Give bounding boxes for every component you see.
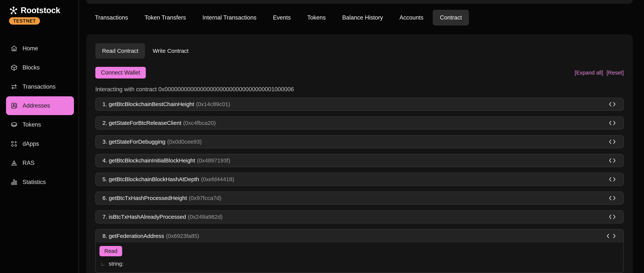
expand-all-link[interactable]: [Expand all] <box>575 70 603 76</box>
sidebar-item-label: Statistics <box>22 179 46 185</box>
function-label: 4. getBtcBlockchainInitialBlockHeight(0x… <box>102 157 609 164</box>
function-row-expanded: 8. getFederationAddress(0x6923fa85) Read… <box>95 229 624 273</box>
sidebar-item-statistics[interactable]: Statistics <box>0 173 78 192</box>
tab-transactions[interactable]: Transactions <box>88 10 135 26</box>
bar-chart-icon <box>10 179 18 186</box>
sidebar-item-transactions[interactable]: Transactions <box>0 77 78 96</box>
sidebar-item-label: RAS <box>22 160 34 166</box>
sidebar-menu: Home Blocks Transactions Addresses Token… <box>0 39 78 192</box>
read-button[interactable]: Read <box>100 246 122 256</box>
code-icon[interactable] <box>609 158 616 163</box>
tab-read-contract[interactable]: Read Contract <box>95 43 145 59</box>
code-icon[interactable] <box>609 214 616 219</box>
return-corner-icon: ∟ <box>100 261 105 267</box>
coin-icon <box>10 121 18 128</box>
code-icon[interactable] <box>609 196 616 200</box>
code-icon[interactable] <box>609 102 616 107</box>
sidebar-item-label: Home <box>22 45 38 52</box>
contract-panel: Read Contract Write Contract Connect Wal… <box>86 34 633 273</box>
tab-balance-history[interactable]: Balance History <box>335 10 390 26</box>
function-expanded-body: Read ∟ string: <box>96 242 623 272</box>
address-tabs-nav: Transactions Token Transfers Internal Tr… <box>86 4 633 32</box>
connect-wallet-button[interactable]: Connect Wallet <box>95 67 146 79</box>
brand-name: Rootstock <box>21 6 60 15</box>
tab-contract[interactable]: Contract <box>433 10 469 26</box>
tab-write-contract[interactable]: Write Contract <box>145 43 196 59</box>
brand[interactable]: Rootstock <box>0 6 78 15</box>
result-type-label: string: <box>109 261 124 267</box>
function-row[interactable]: 2. getStateForBtcReleaseClient(0xc4fbca2… <box>95 116 624 130</box>
function-row-header[interactable]: 8. getFederationAddress(0x6923fa85) <box>96 229 623 242</box>
sidebar-item-label: Tokens <box>22 121 41 128</box>
function-label: 6. getBtcTxHashProcessedHeight(0x97fcca7… <box>102 195 609 201</box>
tab-accounts[interactable]: Accounts <box>392 10 431 26</box>
function-row[interactable]: 5. getBtcBlockchainBlockHashAtDepth(0xef… <box>95 173 624 186</box>
rootstock-logo-icon <box>9 6 18 15</box>
tab-tokens[interactable]: Tokens <box>300 10 333 26</box>
function-label: 5. getBtcBlockchainBlockHashAtDepth(0xef… <box>102 176 609 182</box>
tab-token-transfers[interactable]: Token Transfers <box>137 10 193 26</box>
function-row[interactable]: 4. getBtcBlockchainInitialBlockHeight(0x… <box>95 154 624 167</box>
sidebar-item-label: Blocks <box>22 64 40 71</box>
function-label: 8. getFederationAddress(0x6923fa85) <box>102 233 606 239</box>
home-icon <box>10 45 18 52</box>
sidebar-item-home[interactable]: Home <box>0 39 78 58</box>
tab-internal-transactions[interactable]: Internal Transactions <box>195 10 264 26</box>
testnet-badge: TESTNET <box>9 17 40 25</box>
sidebar-item-dapps[interactable]: dApps <box>0 134 78 153</box>
contract-toolbar: Connect Wallet [Expand all] [Reset] <box>95 67 624 79</box>
scrolled-card-edge <box>86 0 633 4</box>
swap-arrows-icon <box>10 83 18 90</box>
dapps-grid-icon <box>10 140 18 147</box>
sidebar-item-addresses[interactable]: Addresses <box>6 96 74 115</box>
contract-subtabs: Read Contract Write Contract <box>95 43 624 59</box>
function-row[interactable]: 7. isBtcTxHashAlreadyProcessed(0x248a982… <box>95 210 624 223</box>
content-area: Transactions Token Transfers Internal Tr… <box>79 0 644 273</box>
toolbar-links: [Expand all] [Reset] <box>575 70 624 76</box>
result-line: ∟ string: <box>100 261 619 267</box>
function-label: 7. isBtcTxHashAlreadyProcessed(0x248a982… <box>102 214 609 220</box>
function-row[interactable]: 1. getBtcBlockchainBestChainHeight(0x14c… <box>95 98 624 111</box>
cube-icon <box>10 64 18 71</box>
sidebar-item-label: dApps <box>22 140 39 147</box>
sidebar-item-label: Transactions <box>22 83 56 90</box>
app-root: Rootstock TESTNET Home Blocks Transactio… <box>0 0 644 273</box>
code-icon[interactable] <box>609 121 616 125</box>
contact-card-icon <box>10 102 18 109</box>
code-icon[interactable] <box>609 139 616 144</box>
sidebar-item-tokens[interactable]: Tokens <box>0 115 78 134</box>
function-label: 1. getBtcBlockchainBestChainHeight(0x14c… <box>102 101 609 107</box>
sidebar-item-label: Addresses <box>22 102 50 109</box>
code-icon[interactable] <box>609 177 616 182</box>
sidebar-item-ras[interactable]: RAS <box>0 153 78 173</box>
function-label: 3. getStateForDebugging(0x0d0cee93) <box>102 139 609 145</box>
reset-link[interactable]: [Reset] <box>606 70 624 76</box>
tab-events[interactable]: Events <box>266 10 298 26</box>
function-label: 2. getStateForBtcReleaseClient(0xc4fbca2… <box>102 120 609 126</box>
ras-triangle-icon <box>10 159 18 167</box>
function-list: 1. getBtcBlockchainBestChainHeight(0x14c… <box>95 98 624 273</box>
code-icon[interactable] <box>606 233 616 238</box>
sidebar-item-blocks[interactable]: Blocks <box>0 58 78 77</box>
sidebar: Rootstock TESTNET Home Blocks Transactio… <box>0 0 79 273</box>
function-row[interactable]: 3. getStateForDebugging(0x0d0cee93) <box>95 135 624 148</box>
function-row[interactable]: 6. getBtcTxHashProcessedHeight(0x97fcca7… <box>95 191 624 205</box>
interacting-with-contract-text: Interacting with contract 0x000000000000… <box>95 86 624 93</box>
